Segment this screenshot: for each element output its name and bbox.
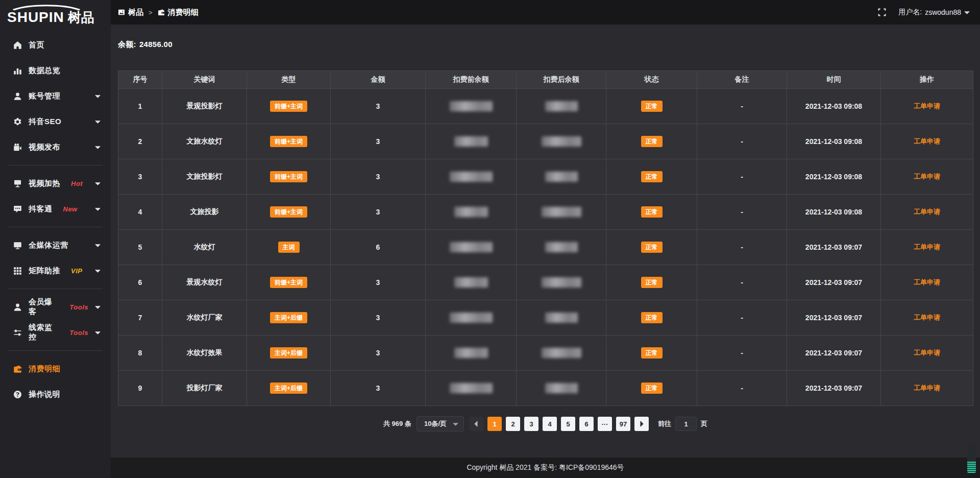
chevron-down-icon [95, 305, 101, 309]
work-order-link[interactable]: 工单申请 [914, 314, 940, 321]
sidebar-item-video-heating[interactable]: 视频加热Hot [0, 171, 111, 196]
cell-index: 1 [118, 89, 162, 124]
cell-remark: - [697, 159, 787, 195]
cell-balance-after [517, 124, 606, 159]
sidebar-item-label: 操作说明 [29, 390, 60, 399]
cell-index: 7 [118, 300, 162, 336]
work-order-link[interactable]: 工单申请 [914, 137, 940, 145]
cell-action: 工单申请 [881, 159, 973, 195]
chevron-down-icon [453, 422, 458, 426]
sidebar-item-lead-monitoring[interactable]: 线索监控Tools [0, 320, 111, 345]
sidebar-item-label: 线索监控 [29, 323, 59, 342]
sidebar-item-douketong[interactable]: 抖客通New [0, 196, 111, 222]
cell-balance-after [517, 371, 606, 406]
column-header: 类型 [247, 71, 331, 89]
page-button-5[interactable]: 5 [561, 417, 575, 431]
column-header: 序号 [118, 71, 162, 89]
sidebar-item-member-marketing[interactable]: 会员爆客Tools [0, 294, 111, 320]
user-menu[interactable]: 用户名: zswodun88 [898, 8, 970, 17]
work-order-link[interactable]: 工单申请 [914, 173, 940, 180]
column-header: 金额 [331, 71, 426, 89]
work-order-link[interactable]: 工单申请 [914, 384, 940, 392]
sliders-icon [13, 328, 22, 337]
cell-balance-before [426, 230, 517, 265]
prev-page-button[interactable] [469, 417, 483, 431]
page-button-6[interactable]: 6 [579, 417, 594, 431]
cell-balance-after [517, 230, 606, 265]
page-button-97[interactable]: 97 [616, 417, 630, 431]
cell-balance-after [517, 195, 606, 230]
cell-remark: - [697, 230, 787, 265]
chevron-down-icon [95, 331, 101, 334]
masked-value [450, 313, 493, 323]
page-button-2[interactable]: 2 [506, 417, 520, 431]
consumption-table: 序号关键词类型金额扣费前余额扣费后余额状态备注时间操作 1景观投影灯前缀+主词3… [118, 70, 973, 406]
floating-widget[interactable] [967, 443, 976, 473]
cell-action: 工单申请 [881, 265, 973, 300]
goto-page-input[interactable] [675, 417, 697, 431]
page-button-1[interactable]: 1 [487, 417, 502, 431]
sidebar-item-badge: Tools [69, 329, 88, 337]
cell-balance-before [426, 336, 517, 371]
cell-time: 2021-12-03 09:07 [787, 371, 881, 406]
sidebar-item-matrix-boost[interactable]: 矩阵助推VIP [0, 258, 111, 283]
cell-remark: - [697, 124, 787, 159]
cell-amount: 3 [331, 195, 426, 230]
sidebar-item-operation-guide[interactable]: 操作说明 [0, 381, 111, 407]
page-button-4[interactable]: 4 [543, 417, 557, 431]
more-pages-button[interactable]: ··· [598, 417, 612, 431]
cell-time: 2021-12-03 09:08 [787, 124, 881, 159]
sidebar-item-douyin-seo[interactable]: 抖音SEO [0, 109, 111, 134]
cell-balance-after [517, 300, 606, 336]
table-row: 3文旅投影灯前缀+主词3正常-2021-12-03 09:08工单申请 [118, 159, 973, 195]
app-window: SHUPIN 树品 首页数据总览账号管理抖音SEO视频发布视频加热Hot抖客通N… [0, 0, 980, 478]
page-button-3[interactable]: 3 [524, 417, 538, 431]
cell-keyword: 景观投影灯 [162, 89, 247, 124]
work-order-link[interactable]: 工单申请 [914, 208, 940, 216]
cell-status: 正常 [606, 230, 697, 265]
masked-value [454, 207, 488, 217]
sidebar-item-media-operation[interactable]: 全媒体运营 [0, 232, 111, 258]
table-row: 6景观水纹灯前缀+主词3正常-2021-12-03 09:07工单申请 [118, 265, 973, 300]
table-row: 2文旅水纹灯前缀+主词3正常-2021-12-03 09:08工单申请 [118, 124, 973, 159]
work-order-link[interactable]: 工单申请 [914, 278, 940, 286]
cell-action: 工单申请 [881, 195, 973, 230]
page-size-select[interactable]: 10条/页 [416, 416, 464, 432]
table-row: 8水纹灯效果主词+后缀3正常-2021-12-03 09:07工单申请 [118, 336, 973, 371]
fullscreen-icon[interactable] [878, 8, 886, 16]
breadcrumb-item[interactable]: 树品 [118, 8, 143, 17]
logo: SHUPIN 树品 [0, 0, 111, 30]
sidebar-item-consumption-detail[interactable]: 消费明细 [0, 356, 111, 381]
balance: 余额:24856.00 [118, 40, 973, 50]
column-header: 关键词 [162, 71, 247, 89]
breadcrumb-item[interactable]: 消费明细 [158, 8, 199, 17]
user-icon [13, 92, 22, 101]
sidebar-item-data-overview[interactable]: 数据总览 [0, 58, 111, 83]
column-header: 时间 [787, 71, 881, 89]
masked-value [454, 136, 488, 147]
sidebar-item-account-management[interactable]: 账号管理 [0, 83, 111, 109]
table-header: 序号关键词类型金额扣费前余额扣费后余额状态备注时间操作 [118, 71, 973, 89]
cell-action: 工单申请 [881, 371, 973, 406]
cell-time: 2021-12-03 09:07 [787, 300, 881, 336]
cell-type: 前缀+主词 [247, 124, 331, 159]
cell-remark: - [697, 336, 787, 371]
pagination-pages: 123456···97 [469, 417, 649, 431]
next-page-button[interactable] [634, 417, 649, 431]
breadcrumb-label: 树品 [128, 8, 143, 17]
work-order-link[interactable]: 工单申请 [914, 243, 940, 251]
video-camera-icon [13, 143, 22, 152]
chevron-left-icon [474, 421, 478, 427]
main-content: 余额:24856.00 序号关键词类型金额扣费前余额扣费后余额状态备注时间操作 … [111, 25, 980, 458]
type-badge: 主词+后缀 [270, 383, 307, 394]
sidebar-item-video-publish[interactable]: 视频发布 [0, 134, 111, 160]
sidebar-item-label: 数据总览 [29, 66, 60, 76]
question-icon [13, 390, 22, 399]
cell-action: 工单申请 [881, 300, 973, 336]
work-order-link[interactable]: 工单申请 [914, 349, 940, 356]
cell-remark: - [697, 371, 787, 406]
work-order-link[interactable]: 工单申请 [914, 102, 940, 110]
sidebar-item-home[interactable]: 首页 [0, 32, 111, 58]
user-icon [13, 303, 22, 312]
status-badge: 正常 [641, 101, 663, 112]
